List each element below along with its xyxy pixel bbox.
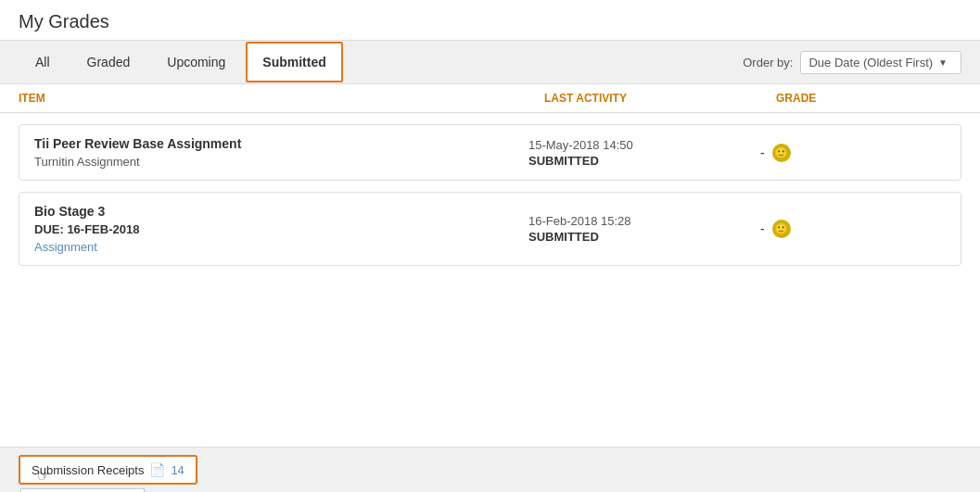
header-last-activity: LAST ACTIVITY [544, 92, 776, 105]
last-activity-date-1: 15-May-2018 14:50 [528, 138, 760, 152]
last-activity-col-1: 15-May-2018 14:50 SUBMITTED [528, 138, 760, 168]
doc-icon: 📄 [149, 462, 165, 477]
item-col-1: Tii Peer Review Base Assignment Turnitin… [34, 136, 528, 169]
grade-icon-2: 🙂 [772, 220, 791, 238]
last-activity-col-2: 16-Feb-2018 15:28 SUBMITTED [528, 214, 760, 244]
grade-col-2: - 🙂 [760, 220, 946, 238]
last-activity-date-2: 16-Feb-2018 15:28 [528, 214, 760, 228]
grade-icon-1: 🙂 [772, 144, 791, 162]
grade-dash-2: - [760, 221, 765, 236]
footer-bar: Submission Receipts 📄 14 ☞ Submission Re… [0, 447, 980, 492]
table-row[interactable]: Bio Stage 3 DUE: 16-FEB-2018 Assignment … [19, 192, 961, 266]
submitted-badge-1: SUBMITTED [528, 154, 760, 168]
table-row[interactable]: Tii Peer Review Base Assignment Turnitin… [19, 124, 961, 181]
tab-submitted[interactable]: Submitted [246, 42, 342, 82]
item-title-1: Tii Peer Review Base Assignment [34, 136, 528, 151]
tooltip: Submission Receipts [20, 488, 145, 492]
header-grade: GRADE [776, 92, 961, 105]
tab-all[interactable]: All [19, 42, 67, 82]
page-title: My Grades [19, 11, 961, 32]
tabs-bar: All Graded Upcoming Submitted Order by: … [0, 40, 980, 84]
page-header: My Grades [0, 0, 980, 40]
chevron-down-icon: ▼ [938, 57, 948, 68]
submission-receipts-box[interactable]: Submission Receipts 📄 14 ☞ Submission Re… [19, 455, 197, 485]
grade-dash-1: - [760, 145, 765, 160]
submission-receipts-link[interactable]: 14 [171, 463, 184, 477]
order-by-section: Order by: Due Date (Oldest First) ▼ [743, 51, 961, 74]
item-subtitle-1: Turnitin Assignment [34, 155, 528, 169]
submitted-badge-2: SUBMITTED [528, 230, 760, 244]
item-due-2: DUE: 16-FEB-2018 [34, 222, 528, 236]
item-title-2: Bio Stage 3 [34, 204, 528, 219]
item-type-2: Assignment [34, 240, 528, 254]
tab-graded[interactable]: Graded [70, 42, 147, 82]
order-by-select[interactable]: Due Date (Oldest First) ▼ [800, 51, 961, 74]
tab-upcoming[interactable]: Upcoming [150, 42, 242, 82]
grade-col-1: - 🙂 [760, 144, 946, 162]
item-col-2: Bio Stage 3 DUE: 16-FEB-2018 Assignment [34, 204, 528, 254]
order-by-value: Due Date (Oldest First) [808, 56, 933, 69]
table-header: ITEM LAST ACTIVITY GRADE [0, 84, 980, 113]
header-item: ITEM [19, 92, 544, 105]
order-by-label: Order by: [743, 56, 793, 69]
main-content: Tii Peer Review Base Assignment Turnitin… [0, 113, 980, 447]
cursor-icon: ☞ [37, 467, 50, 485]
